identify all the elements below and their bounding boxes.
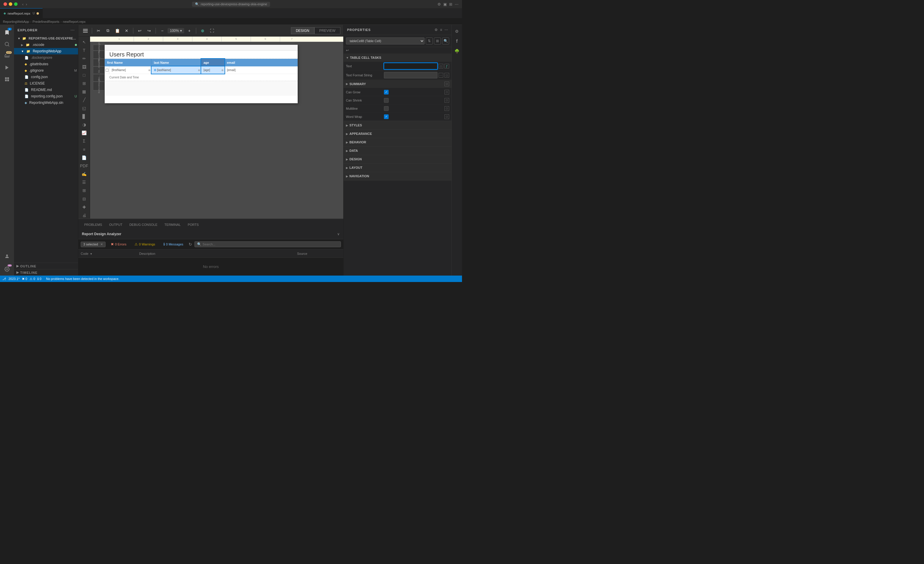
fullscreen-button[interactable]: ⛶ (208, 27, 216, 35)
align-tool[interactable]: ⊟ (80, 196, 88, 202)
section-header-tasks[interactable]: ▼ TABLE CELL TASKS (344, 54, 452, 62)
activity-run[interactable] (2, 62, 12, 73)
section-header-design[interactable]: ▶ DESIGN (344, 155, 452, 163)
filter-messages-button[interactable]: ℹ 0 Messages (160, 241, 186, 247)
cut-button[interactable]: ✂ (94, 27, 103, 35)
redo-button[interactable]: ↪ (145, 27, 153, 35)
add-tool[interactable]: ⊞ (80, 187, 88, 194)
tab-terminal[interactable]: TERMINAL (161, 221, 184, 229)
row-checkbox[interactable] (105, 66, 110, 74)
forward-icon[interactable]: › (26, 2, 27, 6)
tree-item-webapp[interactable]: ▼ 📁 ReportingWebApp (14, 48, 78, 54)
table-tool[interactable]: ⊞ (80, 80, 88, 87)
split-icon[interactable]: ⊞ (449, 2, 452, 6)
activity-explorer[interactable]: 1 (2, 27, 12, 38)
copy-button[interactable]: ⧉ (104, 27, 112, 35)
activity-extensions[interactable] (2, 74, 12, 84)
props-format-check[interactable]: □ (444, 73, 449, 78)
list2-tool[interactable]: ☰ (80, 179, 88, 185)
sign-tool[interactable]: ✍ (80, 171, 88, 177)
refresh-button[interactable]: ↻ (189, 242, 192, 247)
line-tool[interactable]: ╱ (80, 96, 88, 103)
activity-settings[interactable]: 1 (2, 264, 12, 274)
section-header-appearance[interactable]: ▶ APPEARANCE (344, 129, 452, 138)
tree-item-config[interactable]: 📄 config.json (14, 74, 78, 80)
select-button[interactable]: ⊕ (198, 27, 207, 35)
tab-ports[interactable]: PORTS (184, 221, 202, 229)
tab-debugconsole[interactable]: DEBUG CONSOLE (126, 221, 161, 229)
rect-tool[interactable]: □ (80, 72, 88, 78)
zoom-in-button[interactable]: + (185, 27, 194, 35)
props-sort-button[interactable]: ⇅ (426, 38, 433, 44)
props-checkbox-wordwrap[interactable]: ✓ (384, 114, 388, 119)
delete-button[interactable]: ✕ (123, 27, 131, 35)
layout-icon[interactable]: ▣ (443, 2, 447, 6)
table-cell-email[interactable]: [email] (225, 66, 272, 74)
section-header-behavior[interactable]: ▶ BEHAVIOR (344, 138, 452, 146)
bar-chart-tool[interactable]: ▊ (80, 113, 88, 120)
props-checkbox-canshrink[interactable] (384, 98, 388, 103)
paste-button[interactable]: 📋 (113, 27, 122, 35)
tab-problems[interactable]: PROBLEMS (81, 221, 105, 229)
grid-tool[interactable]: ▦ (80, 88, 88, 95)
print-tool[interactable]: 🖨 (80, 212, 88, 218)
tree-item-license[interactable]: ⚖ LICENSE (14, 80, 78, 87)
filter-errors-button[interactable]: ✖ 0 Errors (108, 241, 129, 247)
table-header-email[interactable]: email (225, 59, 272, 66)
right-icon-gear[interactable]: ⚙ (453, 27, 461, 35)
props-search-button[interactable]: 🔍 (442, 38, 449, 44)
props-multiline-expand[interactable]: □ (444, 106, 449, 111)
activity-search[interactable] (2, 39, 12, 50)
props-dots-icon[interactable]: ⋯ (444, 28, 448, 32)
text-tool[interactable]: T (80, 47, 88, 54)
timeline-toggle[interactable]: ▶ TIMELINE (16, 271, 76, 274)
fullscreen-button[interactable] (14, 2, 18, 6)
props-grid-button[interactable]: ⊞ (434, 38, 441, 44)
table-cell-age[interactable]: [age] ⊕ (201, 66, 225, 74)
table-cell-firstname[interactable]: [firstName] ⊕ (110, 66, 152, 74)
tree-root[interactable]: ▼ 📁 REPORTING-USE-DEVEXPRE... (14, 35, 78, 42)
section-header-layout[interactable]: ▶ LAYOUT (344, 164, 452, 172)
activity-git[interactable]: 223 (2, 51, 12, 61)
pdf-tool[interactable]: PDF (80, 162, 88, 169)
explorer-actions[interactable]: ⋯ (70, 28, 75, 33)
minimize-button[interactable] (9, 2, 12, 6)
props-wordwrap-expand[interactable]: □ (444, 114, 449, 119)
activity-account[interactable] (2, 251, 12, 262)
table-cell-lastname[interactable]: ⚙ [lastName] ⊕ (152, 66, 201, 74)
shape-tool[interactable]: ◱ (80, 105, 88, 111)
tab-newreport[interactable]: ◈ newReport.repx U (0, 8, 43, 18)
pie-chart-tool[interactable]: ◑ (80, 122, 88, 128)
props-checkbox-multiline[interactable] (384, 106, 388, 111)
breadcrumb-file[interactable]: newReport.repx (63, 20, 86, 23)
area-chart-tool[interactable]: 📈 (80, 129, 88, 136)
props-gear-icon[interactable]: ⚙ (435, 28, 438, 32)
status-version[interactable]: 2023.1* (9, 277, 20, 281)
close-button[interactable] (3, 2, 7, 6)
tree-item-gitignore[interactable]: ◆ .gitignore M (14, 67, 78, 74)
pointer-tool[interactable]: ↖ (80, 39, 88, 45)
menu-button[interactable] (81, 27, 90, 35)
zoom-control[interactable]: 100% ▾ (168, 28, 184, 33)
tab-output[interactable]: OUTPUT (105, 221, 126, 229)
summary-expand[interactable]: □ (444, 81, 449, 86)
props-cangrow-expand[interactable]: □ (444, 90, 449, 95)
settings-icon[interactable]: ⚙ (438, 2, 441, 6)
props-checkbox-cangrow[interactable]: ✓ (384, 90, 388, 95)
section-header-styles[interactable]: ▶ STYLES (344, 121, 452, 129)
list-tool[interactable]: ≡ (80, 146, 88, 152)
section-header-data[interactable]: ▶ DATA (344, 147, 452, 155)
preview-button[interactable]: PREVIEW (314, 27, 340, 34)
props-text-expand[interactable]: □ (439, 64, 443, 68)
tree-item-gitattributes[interactable]: ◆ .gitattributes (14, 61, 78, 67)
search-bar[interactable]: 🔍 reporting-use-devexpress-drawing-skia-… (192, 2, 270, 7)
tree-item-sln[interactable]: ◈ ReportingWebApp.sln (14, 99, 78, 106)
report-tool[interactable]: 📄 (80, 155, 88, 161)
edit-tool[interactable]: ✏ (80, 55, 88, 62)
breadcrumb-app[interactable]: ReportingWebApp (3, 20, 29, 23)
tree-item-readme[interactable]: 📄 README.md (14, 87, 78, 93)
analyzer-collapse-button[interactable]: ∨ (337, 232, 340, 236)
props-format-dots[interactable]: ⋯ (439, 73, 443, 78)
analyzer-search-input[interactable] (202, 242, 338, 246)
undo-icon[interactable]: ↩ (346, 48, 349, 53)
